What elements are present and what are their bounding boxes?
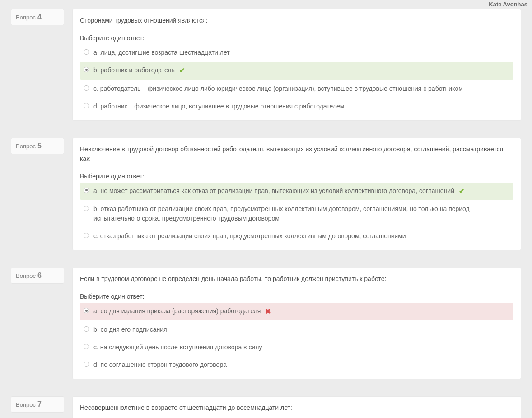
radio-icon[interactable]: [84, 49, 89, 55]
answer-option[interactable]: c. работодатель – физическое лицо либо ю…: [80, 80, 513, 97]
cross-icon: ✖: [265, 306, 271, 317]
radio-icon[interactable]: [84, 206, 89, 211]
question-text: Невключение в трудовой договор обязаннос…: [80, 145, 513, 164]
answer-instruction: Выберите один ответ:: [80, 293, 513, 300]
question-text: Если в трудовом договоре не определен де…: [80, 274, 513, 284]
question-number: 4: [37, 13, 42, 21]
quiz-page: Вопрос4Сторонами трудовых отношений явля…: [0, 0, 532, 418]
answer-label: c. отказ работника от реализации своих п…: [93, 232, 406, 240]
answer-label: b. отказ работника от реализации своих п…: [93, 205, 470, 222]
question-label: Вопрос: [16, 14, 36, 21]
radio-icon[interactable]: [84, 308, 89, 313]
radio-icon[interactable]: [84, 344, 89, 349]
radio-icon[interactable]: [84, 188, 89, 193]
question-row: Вопрос5Невключение в трудовой договор об…: [11, 138, 521, 251]
question-card: Если в трудовом договоре не определен де…: [72, 268, 521, 379]
question-label: Вопрос: [16, 143, 36, 150]
answer-option[interactable]: c. на следующий день после вступления до…: [80, 339, 513, 356]
answer-text: c. на следующий день после вступления до…: [93, 343, 510, 352]
answer-option[interactable]: d. по соглашению сторон трудового догово…: [80, 357, 513, 373]
question-badge: Вопрос6: [11, 268, 64, 284]
answer-list: a. лица, достигшие возраста шестнадцати …: [80, 44, 513, 115]
answer-list: a. со дня издания приказа (распоряжения)…: [80, 303, 513, 373]
radio-icon[interactable]: [84, 233, 89, 238]
answer-instruction: Выберите один ответ:: [80, 34, 513, 42]
answer-option[interactable]: a. со дня издания приказа (распоряжения)…: [80, 303, 513, 320]
answer-instruction: Выберите один ответ:: [80, 173, 513, 180]
question-number: 7: [37, 400, 42, 409]
answer-text: c. работодатель – физическое лицо либо ю…: [93, 84, 510, 94]
question-row: Вопрос6Если в трудовом договоре не опред…: [11, 268, 521, 379]
question-card: Невключение в трудовой договор обязаннос…: [72, 138, 521, 251]
check-icon: ✔: [459, 186, 465, 197]
answer-list: a. не может рассматриваться как отказ от…: [80, 183, 513, 245]
answer-label: d. по соглашению сторон трудового догово…: [93, 361, 227, 368]
question-badge: Вопрос4: [11, 9, 64, 25]
answer-label: b. работник и работодатель: [93, 66, 175, 74]
answer-text: d. работник – физическое лицо, вступивше…: [93, 102, 510, 111]
answer-text: c. отказ работника от реализации своих п…: [93, 231, 510, 241]
question-text: Несовершеннолетние в возрасте от шестнад…: [80, 403, 513, 413]
radio-icon[interactable]: [84, 362, 89, 367]
question-label: Вопрос: [16, 272, 36, 279]
answer-option[interactable]: a. лица, достигшие возраста шестнадцати …: [80, 44, 513, 61]
question-text: Сторонами трудовых отношений являются:: [80, 16, 513, 25]
question-badge: Вопрос5: [11, 138, 64, 154]
answer-label: c. работодатель – физическое лицо либо ю…: [93, 85, 463, 92]
answer-label: d. работник – физическое лицо, вступивше…: [93, 103, 344, 110]
answer-text: a. лица, достигшие возраста шестнадцати …: [93, 48, 510, 57]
answer-option[interactable]: b. работник и работодатель ✔: [80, 62, 513, 80]
radio-icon[interactable]: [84, 67, 89, 72]
question-row: Вопрос7Несовершеннолетние в возрасте от …: [11, 396, 521, 418]
answer-text: a. со дня издания приказа (распоряжения)…: [93, 306, 510, 317]
radio-icon[interactable]: [84, 85, 89, 91]
answer-label: a. не может рассматриваться как отказ от…: [93, 187, 454, 194]
answer-option[interactable]: b. отказ работника от реализации своих п…: [80, 201, 513, 227]
question-row: Вопрос4Сторонами трудовых отношений явля…: [11, 9, 521, 121]
question-card: Сторонами трудовых отношений являются:Вы…: [72, 9, 521, 121]
question-number: 6: [37, 272, 42, 280]
answer-label: a. лица, достигшие возраста шестнадцати …: [93, 49, 230, 56]
question-label: Вопрос: [16, 401, 36, 408]
answer-text: d. по соглашению сторон трудового догово…: [93, 360, 510, 370]
answer-option[interactable]: b. со дня его подписания: [80, 321, 513, 338]
answer-label: a. со дня издания приказа (распоряжения)…: [93, 307, 261, 315]
radio-icon[interactable]: [84, 103, 89, 108]
answer-label: c. на следующий день после вступления до…: [93, 343, 262, 351]
radio-icon[interactable]: [84, 326, 89, 332]
question-card: Несовершеннолетние в возрасте от шестнад…: [72, 396, 521, 418]
answer-text: b. со дня его подписания: [93, 325, 510, 334]
answer-option[interactable]: a. не может рассматриваться как отказ от…: [80, 183, 513, 200]
check-icon: ✔: [179, 66, 185, 76]
answer-label: b. со дня его подписания: [93, 326, 167, 333]
question-badge: Вопрос7: [11, 396, 64, 413]
question-number: 5: [37, 142, 42, 150]
answer-option[interactable]: c. отказ работника от реализации своих п…: [80, 228, 513, 244]
answer-text: a. не может рассматриваться как отказ от…: [93, 186, 510, 197]
answer-option[interactable]: d. работник – физическое лицо, вступивше…: [80, 98, 513, 115]
watermark-top: Kate Avonhas: [489, 1, 527, 8]
answer-text: b. работник и работодатель ✔: [93, 66, 510, 76]
answer-text: b. отказ работника от реализации своих п…: [93, 204, 510, 223]
